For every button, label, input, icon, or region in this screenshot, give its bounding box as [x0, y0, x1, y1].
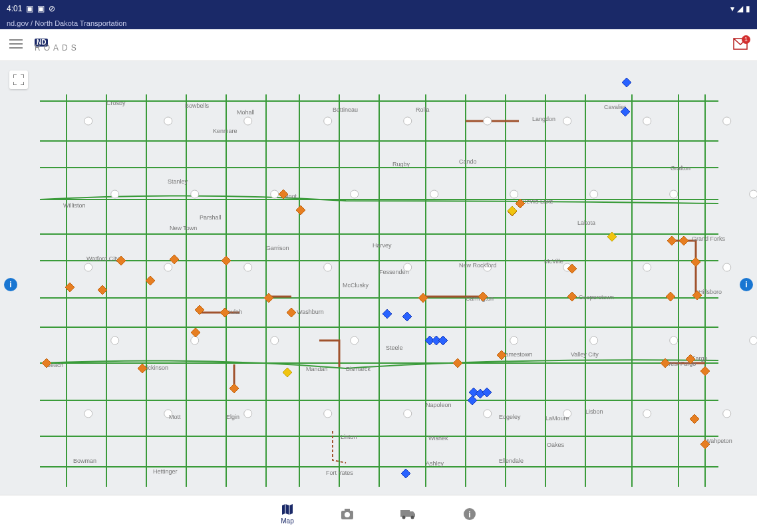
svg-point-5 [402, 515, 406, 519]
truck-icon [400, 509, 416, 519]
marker-construction[interactable] [98, 285, 107, 295]
route-shield [484, 117, 492, 125]
city-label: Devils Lake [522, 198, 553, 205]
marker-construction[interactable] [700, 366, 710, 376]
city-label: Kenmare [213, 128, 237, 134]
marker-construction[interactable] [667, 236, 677, 245]
notification-badge: 1 [742, 35, 750, 44]
notifications-button[interactable]: 1 [733, 38, 748, 53]
city-label: Grafton [671, 165, 690, 172]
city-label: Langdon [532, 116, 555, 122]
city-label: Garrison [266, 245, 289, 251]
nav-map-label: Map [281, 517, 293, 525]
marker-construction[interactable] [191, 328, 200, 337]
marker-construction[interactable] [691, 257, 700, 267]
marker-info[interactable] [402, 312, 412, 321]
route-shield [191, 190, 199, 198]
city-label: Elgin [226, 414, 239, 420]
marker-construction[interactable] [222, 256, 231, 265]
info-left-button[interactable]: i [4, 278, 17, 291]
marker-construction[interactable] [229, 384, 239, 393]
marker-construction[interactable] [453, 358, 462, 368]
city-label: Edgeley [499, 414, 521, 420]
route-shield [723, 410, 731, 418]
route-shield [670, 336, 678, 344]
route-shield [111, 190, 119, 198]
marker-construction[interactable] [146, 276, 155, 285]
marker-info[interactable] [438, 336, 448, 345]
route-shield [643, 263, 651, 271]
route-shield [590, 190, 598, 198]
marker-caution[interactable] [283, 368, 292, 377]
marker-construction[interactable] [679, 236, 688, 245]
route-shield [404, 117, 412, 125]
city-label: Lakota [577, 219, 595, 226]
nav-camera[interactable] [341, 508, 354, 520]
route-shield [563, 117, 571, 125]
svg-text:i: i [468, 509, 471, 519]
city-label: Steele [386, 344, 403, 351]
route-shield [244, 410, 252, 418]
signal-icon: ◢ [737, 4, 743, 13]
marker-construction[interactable] [690, 414, 699, 424]
route-shield [324, 117, 332, 125]
city-label: LaMoure [545, 415, 569, 422]
marker-info[interactable] [401, 469, 410, 478]
marker-info[interactable] [482, 388, 492, 397]
route-shield [111, 336, 119, 344]
city-label: Bowbells [185, 102, 210, 109]
nav-truck[interactable] [400, 509, 416, 519]
svg-rect-3 [345, 509, 350, 511]
info-right-button[interactable]: i [740, 278, 753, 291]
android-status-bar: 4:01 ▣ ▣ ⊘ ▾ ◢ ▮ [0, 0, 757, 17]
route-shield [484, 410, 492, 418]
map-icon [281, 503, 294, 516]
menu-button[interactable] [9, 39, 23, 51]
marker-construction[interactable] [170, 255, 179, 264]
route-shield [244, 263, 252, 271]
route-shield [244, 117, 252, 125]
svg-rect-4 [400, 510, 410, 517]
map-view[interactable]: CrosbyBowbellsKenmareMohallBottineauRoll… [0, 61, 757, 495]
route-shield [510, 190, 518, 198]
route-shield [84, 117, 92, 125]
route-shield [750, 190, 757, 198]
app-header: ND ROADS 1 [0, 29, 757, 61]
city-label: Grand Forks [692, 235, 726, 242]
marker-info[interactable] [468, 396, 477, 405]
marker-construction[interactable] [567, 292, 577, 301]
route-shield [404, 410, 412, 418]
city-label: Cooperstown [579, 294, 614, 301]
marker-construction[interactable] [296, 205, 305, 215]
nav-info[interactable]: i [463, 507, 476, 521]
nav-map[interactable]: Map [281, 503, 294, 525]
svg-point-2 [345, 512, 350, 517]
marker-caution[interactable] [508, 206, 517, 215]
route-shield [191, 336, 199, 344]
road-construction [669, 241, 696, 297]
route-shield [351, 190, 359, 198]
city-label: Bowman [73, 458, 96, 464]
city-label: Rugby [392, 161, 410, 168]
city-label: Washburn [297, 309, 324, 315]
bottom-nav: Map i [0, 495, 757, 532]
subtitle-text: nd.gov / North Dakota Transportation [7, 19, 126, 27]
route-shield [643, 117, 651, 125]
city-label: Crosby [106, 100, 126, 106]
marker-construction[interactable] [287, 308, 296, 317]
city-label: Mandan [306, 366, 328, 372]
city-label: McVille [544, 258, 563, 265]
city-label: Valley City [571, 351, 599, 358]
route-shield [324, 410, 332, 418]
route-shield [590, 336, 598, 344]
route-shield [351, 336, 359, 344]
fullscreen-button[interactable] [9, 70, 28, 89]
city-label: Napoleon [426, 402, 452, 408]
city-label: Fessenden [379, 269, 409, 275]
marker-construction[interactable] [666, 292, 675, 301]
marker-info[interactable] [622, 78, 631, 87]
city-label: Jamestown [502, 351, 533, 358]
app-subtitle: nd.gov / North Dakota Transportation [0, 17, 757, 29]
marker-info[interactable] [382, 309, 392, 319]
city-label: Bismarck [346, 366, 371, 372]
